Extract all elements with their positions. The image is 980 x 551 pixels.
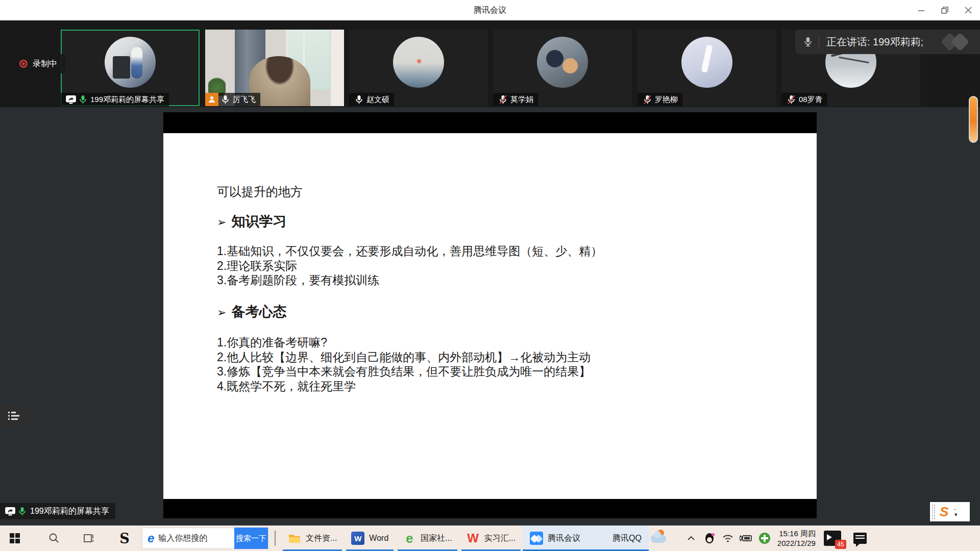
- green-e-browser-icon: e: [403, 532, 416, 545]
- slide-section-title: ➢知识学习: [217, 212, 286, 231]
- avatar: [393, 37, 444, 88]
- battery-plug-icon: [740, 534, 753, 542]
- search-icon: [48, 533, 60, 544]
- tray-network-button[interactable]: [721, 532, 734, 545]
- speaking-banner: 正在讲话: 199邓莉莉;: [795, 30, 980, 54]
- recording-icon: [19, 60, 28, 68]
- antivirus-shield-icon: [759, 533, 770, 544]
- participant-name: 08罗青: [799, 95, 823, 105]
- wps-icon: W: [467, 532, 480, 545]
- media-player-tray-icon[interactable]: 45: [824, 531, 841, 546]
- participant-tile[interactable]: 赵文硕: [349, 30, 488, 106]
- browser-e-icon: e: [148, 531, 154, 545]
- taskbar-app-wps[interactable]: W 实习汇...: [459, 525, 523, 551]
- shared-screen-frame: 可以提升的地方 ➢知识学习 1.基础知识，不仅仅要会，还要形成自动化，善用思维导…: [163, 112, 817, 518]
- system-tray: [676, 532, 771, 545]
- action-center-button[interactable]: [853, 533, 867, 544]
- mic-on-icon: [79, 95, 87, 105]
- participant-name: 莫学娟: [510, 95, 533, 105]
- slide-list-item: 1.你真的准备考研嘛?: [217, 335, 327, 350]
- slide-list-item: 1.基础知识，不仅仅要会，还要形成自动化，善用思维导图（短、少、精）: [217, 243, 602, 259]
- taskbar-search-button[interactable]: [43, 525, 65, 551]
- participant-name: 赵文硕: [366, 95, 389, 105]
- mic-icon: [803, 36, 813, 47]
- list-icon: [8, 411, 20, 421]
- word-icon: W: [351, 532, 364, 545]
- participant-name: 199邓莉莉的屏幕共享: [90, 95, 164, 105]
- start-button[interactable]: [0, 525, 30, 551]
- recording-label: 录制中: [33, 59, 57, 69]
- taskbar-app-word[interactable]: W Word: [344, 525, 396, 551]
- qq-penguin-icon: [705, 533, 714, 543]
- mic-muted-icon: [787, 95, 796, 105]
- weather-cloud-icon: [651, 535, 666, 543]
- participant-label: 199邓莉莉的屏幕共享: [61, 93, 169, 106]
- mic-muted-icon: [643, 95, 652, 105]
- sogou-logo-icon: S: [940, 504, 948, 520]
- recording-indicator[interactable]: 录制中: [11, 54, 65, 73]
- participant-strip: 录制中 199邓莉莉的屏幕共享: [0, 20, 980, 107]
- task-view-button[interactable]: [78, 525, 100, 551]
- taskbar-app-browser[interactable]: e 国家社...: [396, 525, 459, 551]
- host-badge-icon: [205, 93, 218, 106]
- close-icon[interactable]: [957, 0, 980, 20]
- screen-share-icon: [5, 507, 15, 516]
- tray-battery-button[interactable]: [740, 532, 753, 545]
- participant-tile[interactable]: 莫学娟: [493, 30, 632, 106]
- minimize-icon[interactable]: [910, 0, 933, 20]
- mic-muted-icon: [499, 95, 507, 105]
- tray-expand-button[interactable]: [684, 532, 698, 545]
- participant-tile[interactable]: 199邓莉莉的屏幕共享: [61, 30, 200, 106]
- wifi-icon: [722, 534, 733, 543]
- windows-logo-icon: [10, 533, 20, 543]
- participant-label: 罗艳柳: [638, 93, 682, 106]
- search-placeholder[interactable]: 输入你想搜的: [158, 533, 234, 544]
- taskbar-clock[interactable]: 15:16 周四 2022/12/29: [777, 529, 816, 548]
- tray-antivirus-button[interactable]: [758, 532, 771, 545]
- restore-icon[interactable]: [933, 0, 957, 20]
- folder-icon: [288, 532, 301, 545]
- avatar: [681, 37, 732, 88]
- participant-list-button[interactable]: [0, 404, 28, 428]
- s-logo-icon: S: [119, 531, 130, 546]
- baidu-search-box[interactable]: e 输入你想搜的 搜索一下: [142, 528, 268, 549]
- meeting-logo-icon: [940, 34, 973, 50]
- participant-tile[interactable]: 罗艳柳: [638, 30, 776, 106]
- strip-scrollbar-thumb[interactable]: [969, 96, 978, 143]
- s-app-button[interactable]: S: [113, 525, 136, 551]
- shared-slide: 可以提升的地方 ➢知识学习 1.基础知识，不仅仅要会，还要形成自动化，善用思维导…: [163, 133, 817, 499]
- mic-on-icon: [221, 95, 230, 105]
- tencent-meeting-icon: [530, 532, 543, 545]
- slide-list-item: 4.既然学不死，就往死里学: [217, 379, 356, 394]
- participant-tile[interactable]: 厉飞飞: [205, 30, 344, 106]
- ime-indicator[interactable]: S −▼: [930, 502, 970, 521]
- search-go-button[interactable]: 搜索一下: [234, 528, 268, 549]
- taskbar-app-qq[interactable]: 腾讯QQ: [587, 525, 649, 551]
- mic-on-icon: [18, 507, 27, 516]
- participant-name: 厉飞飞: [233, 95, 256, 105]
- slide-intro: 可以提升的地方: [217, 184, 303, 200]
- avatar: [105, 37, 156, 88]
- task-view-icon: [83, 533, 95, 543]
- avatar: [537, 37, 588, 88]
- window-title: 腾讯会议: [0, 0, 980, 20]
- screen-share-icon: [66, 95, 76, 104]
- taskbar-app-meeting[interactable]: 腾讯会议: [523, 525, 587, 551]
- participant-label: 08罗青: [781, 93, 827, 106]
- chevron-up-icon: [687, 536, 695, 541]
- weather-widget[interactable]: [649, 525, 669, 551]
- taskbar-separator: [275, 531, 276, 546]
- slide-section-title: ➢备考心态: [217, 303, 286, 321]
- participant-label: 赵文硕: [349, 93, 394, 106]
- notification-badge: 45: [835, 540, 846, 549]
- taskbar-app-explorer[interactable]: 文件资...: [281, 525, 344, 551]
- tencent-meeting-window: 腾讯会议 录制中: [0, 0, 980, 551]
- tray-qq-button[interactable]: [703, 532, 716, 545]
- participant-label: 厉飞飞: [205, 93, 260, 106]
- arrow-bullet-icon: ➢: [217, 216, 226, 229]
- slide-list-item: 3.备考刷题阶段，要有模拟训练: [217, 272, 379, 288]
- share-status-text: 199邓莉莉的屏幕共享: [30, 506, 109, 517]
- share-status-bar: 199邓莉莉的屏幕共享: [0, 503, 115, 519]
- ime-controls[interactable]: −▼: [953, 507, 958, 517]
- drag-handle-icon: [932, 504, 936, 519]
